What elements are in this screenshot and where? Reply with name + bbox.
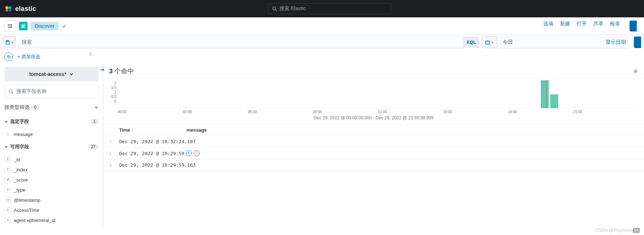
chart-caption: Dec 29, 2022 @ 00:00:00.000 - Dec 29, 20… <box>109 114 638 123</box>
svg-point-12 <box>9 90 12 93</box>
row-timestamp: Dec 29, 2022 @ 19:29:59 <box>119 151 184 156</box>
chevron-down-icon <box>4 145 8 149</box>
field-search-placeholder: 搜索字段名称 <box>16 88 47 95</box>
chart-bar[interactable] <box>541 80 549 108</box>
save-button[interactable] <box>630 21 637 31</box>
menu-inspect[interactable]: 检查 <box>610 21 620 31</box>
expand-row-button[interactable]: › <box>109 151 119 156</box>
chevron-down-icon <box>4 120 8 123</box>
column-time-label: Time <box>119 127 130 133</box>
show-dates-link[interactable]: 显示日期 <box>606 39 626 46</box>
table-row[interactable]: ›Dec 29, 2022 @ 19:29:59.163 <box>103 159 644 171</box>
search-icon <box>272 6 277 11</box>
svg-line-13 <box>12 93 13 94</box>
field-name: message <box>14 132 33 137</box>
main: tomcat-access* ⁝⁝ 搜索字段名称 按类型筛选 0 选定字段 1 … <box>0 64 644 227</box>
field-item[interactable]: tAccessTime <box>4 206 99 214</box>
brand[interactable]: elastic <box>4 5 36 13</box>
menu-open[interactable]: 打开 <box>577 21 587 31</box>
available-fields-count: 27 <box>88 144 99 150</box>
row-timestamp: Dec 29, 2022 @ 19:32:24.187 <box>119 139 196 144</box>
refresh-button[interactable] <box>634 37 641 48</box>
field-name: _score <box>14 177 28 183</box>
svg-point-4 <box>273 7 276 10</box>
field-item[interactable]: #_score <box>4 175 99 184</box>
selected-fields-header[interactable]: 选定字段 1 <box>4 117 99 126</box>
x-axis: 00:0003:0006:0009:0012:0015:0018:0021:00 <box>118 108 638 114</box>
field-name: _type <box>14 187 25 193</box>
hits-bar: 3 个命中 <box>103 64 644 79</box>
menu-new[interactable]: 新建 <box>560 21 570 31</box>
chart-bar[interactable] <box>550 94 558 108</box>
saved-query-button[interactable] <box>3 37 16 48</box>
elastic-logo-icon <box>4 5 12 13</box>
filter-for-button[interactable]: + <box>186 150 192 156</box>
histogram-chart[interactable]: 21.510.50 00:0003:0006:0009:0012:0015:00… <box>103 79 644 124</box>
query-language-button[interactable]: KQL <box>463 37 480 48</box>
date-range-display[interactable]: 今日 显示日期 <box>499 37 630 48</box>
field-item[interactable]: t_index <box>4 165 99 174</box>
hit-number: 3 <box>109 68 113 75</box>
svg-point-2 <box>5 9 8 12</box>
table-header: Time ↓ message <box>103 124 644 136</box>
svg-rect-10 <box>486 41 490 44</box>
menu-share[interactable]: 共享 <box>593 21 603 31</box>
sidebar: tomcat-access* ⁝⁝ 搜索字段名称 按类型筛选 0 选定字段 1 … <box>0 64 103 227</box>
space-badge[interactable]: 默 <box>19 22 28 30</box>
filter-out-button[interactable]: − <box>194 150 200 156</box>
add-filter-button[interactable]: + 添加筛选 <box>17 54 40 60</box>
filter-by-type-count: 0 <box>31 104 39 110</box>
nav-toggle-button[interactable] <box>4 20 16 32</box>
field-item[interactable]: t_id <box>4 155 99 164</box>
global-search-placeholder: 搜索 Elastic <box>279 5 306 12</box>
query-input[interactable]: 搜索 <box>18 37 463 48</box>
available-fields-header[interactable]: 可用字段 27 <box>4 142 99 151</box>
filter-toggle-button[interactable] <box>4 52 13 61</box>
expand-row-button[interactable]: › <box>109 139 119 144</box>
brand-text: elastic <box>15 5 36 13</box>
column-message[interactable]: message <box>187 127 207 133</box>
field-name: _index <box>14 167 28 172</box>
menu-options[interactable]: 选项 <box>543 21 553 31</box>
table-row[interactable]: ›Dec 29, 2022 @ 19:32:24.187 <box>103 136 644 148</box>
field-item[interactable]: ⏱@timestamp <box>4 196 99 204</box>
field-type-icon: t <box>5 187 11 193</box>
field-type-icon: t <box>5 217 11 223</box>
index-pattern-selector[interactable]: tomcat-access* <box>4 67 99 81</box>
expand-row-button[interactable]: › <box>109 162 119 168</box>
global-search[interactable]: 搜索 Elastic <box>268 3 391 14</box>
chart-settings-icon[interactable] <box>633 69 638 74</box>
table-row[interactable]: ›Dec 29, 2022 @ 19:29:59+− <box>103 148 644 159</box>
field-type-icon: ⏱ <box>5 197 11 203</box>
date-quick-button[interactable] <box>482 37 497 48</box>
y-axis: 21.510.50 <box>109 80 118 108</box>
chevron-down-icon <box>69 72 74 76</box>
sort-desc-icon[interactable]: ↓ <box>131 128 134 132</box>
field-type-icon: t <box>5 167 11 172</box>
field-search-input[interactable]: 搜索字段名称 <box>4 85 99 98</box>
filter-by-type[interactable]: 按类型筛选 0 <box>4 102 99 113</box>
sidebar-collapse-button[interactable]: ⤛ <box>100 66 104 73</box>
filter-by-type-label: 按类型筛选 <box>4 104 30 110</box>
field-type-icon: ⎋ <box>5 131 11 137</box>
chevron-down-icon <box>94 105 99 110</box>
field-options-icon[interactable]: ⁝⁝ <box>89 51 92 57</box>
field-type-icon: t <box>5 157 11 162</box>
check-icon <box>62 24 67 29</box>
svg-rect-9 <box>7 40 8 42</box>
svg-line-5 <box>276 10 277 11</box>
search-icon <box>8 89 13 94</box>
index-pattern-label: tomcat-access* <box>29 71 67 77</box>
chart-plot[interactable] <box>118 80 638 108</box>
global-header: elastic 搜索 Elastic <box>0 0 644 17</box>
field-item[interactable]: ⎋message <box>4 130 99 138</box>
svg-point-1 <box>8 6 11 9</box>
field-name: agent.ephemeral_id <box>14 218 55 223</box>
field-item[interactable]: t_type <box>4 185 99 194</box>
app-name-pill[interactable]: Discover <box>30 22 59 30</box>
field-item[interactable]: tagent.ephemeral_id <box>4 216 99 225</box>
svg-point-0 <box>5 6 8 9</box>
query-placeholder: 搜索 <box>22 39 32 46</box>
row-timestamp: Dec 29, 2022 @ 19:29:59.163 <box>119 162 196 168</box>
column-time[interactable]: Time ↓ <box>119 127 187 133</box>
